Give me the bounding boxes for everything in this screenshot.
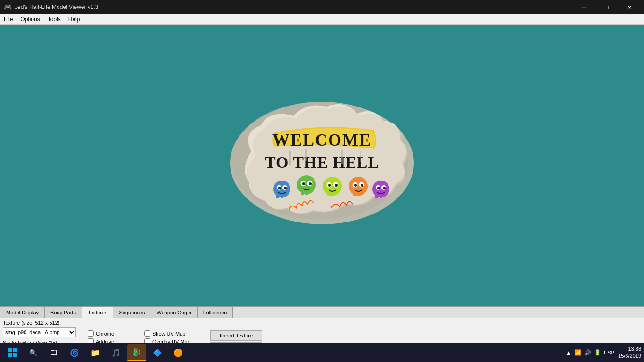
svg-point-41: [377, 187, 380, 189]
svg-point-35: [361, 184, 363, 187]
menu-help[interactable]: Help: [65, 14, 84, 25]
svg-point-28: [335, 184, 338, 187]
menu-tools[interactable]: Tools: [44, 14, 65, 25]
minimize-button[interactable]: ─: [573, 0, 595, 14]
svg-rect-31: [357, 192, 361, 196]
svg-rect-38: [380, 194, 382, 198]
search-button[interactable]: 🔍: [24, 344, 42, 361]
explorer-button[interactable]: 📁: [86, 344, 105, 361]
menu-file[interactable]: File: [0, 14, 17, 25]
texture-dropdown[interactable]: smg_p90_decal_A.bmp: [3, 327, 76, 337]
titlebar-controls: ─ □ ✕: [573, 0, 640, 14]
svg-text:WELCOME: WELCOME: [272, 131, 372, 149]
svg-rect-44: [13, 348, 17, 352]
svg-rect-17: [305, 190, 308, 195]
tray-icon-1: ▲: [565, 349, 571, 356]
svg-rect-7: [360, 151, 361, 162]
texture-preview: WELCOME TO THE HELL: [228, 90, 416, 241]
taskbar-left: 🔍 🗔 🌀 📁 🎵 🐉 🔷 🟠: [3, 344, 188, 361]
texture-size-label: Texture (size: 512 x 512): [3, 320, 83, 326]
tab-weapon-origin[interactable]: Weapon Origin: [151, 307, 198, 318]
system-tray: ▲ 📶 🔊 🔋 ESP: [565, 349, 614, 356]
windows-icon: [8, 348, 17, 357]
volume-icon[interactable]: 🔊: [584, 349, 591, 356]
svg-rect-37: [375, 194, 378, 198]
svg-point-21: [309, 182, 312, 185]
tab-fullscreen[interactable]: Fullscreen: [198, 307, 233, 318]
svg-rect-4: [289, 151, 291, 165]
titlebar-left: 🎮 Jed's Half-Life Model Viewer v1.3: [4, 3, 99, 11]
taskbar: 🔍 🗔 🌀 📁 🎵 🐉 🔷 🟠 ▲ 📶 🔊 🔋 ESP 13:38 15/6/2…: [0, 343, 644, 362]
taskbar-right: ▲ 📶 🔊 🔋 ESP 13:38 15/6/2019: [565, 346, 641, 360]
network-icon[interactable]: 📶: [574, 349, 581, 356]
clock[interactable]: 13:38 15/6/2019: [618, 346, 641, 360]
svg-rect-30: [353, 192, 356, 196]
edge-button[interactable]: 🌀: [65, 344, 84, 361]
language-label: ESP: [604, 350, 614, 355]
photoshop-button[interactable]: 🔷: [148, 344, 167, 361]
chrome-row: Chrome: [88, 330, 140, 337]
svg-point-13: [278, 187, 281, 189]
battery-icon: 🔋: [594, 349, 601, 356]
app2-button[interactable]: 🟠: [169, 344, 188, 361]
svg-rect-6: [341, 150, 343, 164]
svg-text:TO THE HELL: TO THE HELL: [265, 154, 379, 171]
tab-model-display[interactable]: Model Display: [0, 307, 45, 318]
show-uv-checkbox[interactable]: [144, 330, 150, 337]
app1-button[interactable]: 🐉: [127, 344, 146, 361]
svg-point-34: [354, 184, 357, 187]
chrome-label: Chrome: [96, 331, 114, 337]
svg-rect-43: [8, 348, 12, 352]
tab-bar: Model Display Body Parts Textures Sequen…: [0, 307, 644, 318]
titlebar-title: Jed's Half-Life Model Viewer v1.3: [15, 4, 99, 10]
task-view-button[interactable]: 🗔: [44, 344, 63, 361]
import-texture-button[interactable]: Import Texture: [210, 330, 262, 341]
svg-point-20: [302, 182, 305, 185]
tab-body-parts[interactable]: Body Parts: [45, 307, 82, 318]
svg-rect-24: [331, 192, 335, 196]
close-button[interactable]: ✕: [619, 0, 640, 14]
menu-options[interactable]: Options: [17, 14, 43, 25]
svg-rect-45: [8, 353, 12, 357]
viewport: WELCOME TO THE HELL: [0, 25, 644, 306]
svg-rect-23: [327, 192, 330, 196]
tab-sequences[interactable]: Sequences: [113, 307, 151, 318]
maximize-button[interactable]: □: [596, 0, 618, 14]
date: 15/6/2019: [618, 353, 641, 360]
tab-textures[interactable]: Textures: [82, 307, 114, 318]
svg-point-14: [284, 187, 287, 189]
svg-rect-5: [305, 149, 307, 161]
start-button[interactable]: [3, 344, 22, 361]
show-uv-label: Show UV Map: [152, 331, 185, 337]
svg-point-42: [383, 187, 386, 189]
time: 13:38: [618, 346, 641, 353]
chrome-checkbox[interactable]: [88, 330, 94, 337]
svg-rect-10: [281, 194, 283, 198]
media-button[interactable]: 🎵: [107, 344, 125, 361]
svg-rect-16: [301, 190, 304, 195]
svg-point-27: [328, 184, 331, 187]
show-uv-row: Show UV Map: [144, 330, 206, 337]
svg-rect-9: [276, 194, 279, 198]
menubar: File Options Tools Help: [0, 14, 644, 25]
svg-rect-46: [13, 353, 17, 357]
titlebar: 🎮 Jed's Half-Life Model Viewer v1.3 ─ □ …: [0, 0, 644, 14]
app-icon: 🎮: [4, 3, 12, 11]
